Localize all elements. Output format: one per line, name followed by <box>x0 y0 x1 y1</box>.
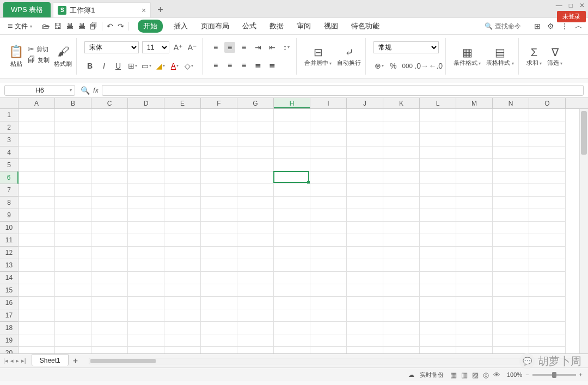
cell-E14[interactable] <box>164 272 201 284</box>
distribute-icon[interactable]: ≣ <box>267 60 278 71</box>
cell-J9[interactable] <box>347 209 383 222</box>
cell-F16[interactable] <box>201 297 237 309</box>
cell-I10[interactable] <box>310 222 347 234</box>
cell-O6[interactable] <box>529 172 566 184</box>
tab-开始[interactable]: 开始 <box>138 20 163 33</box>
cell-E2[interactable] <box>164 121 201 134</box>
cell-H3[interactable] <box>274 134 310 146</box>
cell-J2[interactable] <box>347 121 383 134</box>
new-tab-button[interactable]: + <box>157 2 163 17</box>
cell-M19[interactable] <box>456 334 493 347</box>
cell-E5[interactable] <box>164 159 201 172</box>
row-header-13[interactable]: 13 <box>0 259 19 272</box>
cell-J5[interactable] <box>347 159 383 172</box>
cell-N15[interactable] <box>493 284 529 297</box>
row-header-1[interactable]: 1 <box>0 109 19 121</box>
zoom-in-icon[interactable]: + <box>579 371 583 378</box>
row-header-3[interactable]: 3 <box>0 134 19 146</box>
cell-H7[interactable] <box>274 184 310 197</box>
cell-N1[interactable] <box>493 109 529 121</box>
cell-G7[interactable] <box>237 184 274 197</box>
cell-J16[interactable] <box>347 297 383 309</box>
cell-C11[interactable] <box>91 234 128 247</box>
cell-J1[interactable] <box>347 109 383 121</box>
cell-C20[interactable] <box>91 347 128 353</box>
cell-A5[interactable] <box>19 159 55 172</box>
cell-D5[interactable] <box>128 159 164 172</box>
cell-O16[interactable] <box>529 297 566 309</box>
number-format-select[interactable]: 常规 <box>373 41 439 53</box>
redo-icon[interactable]: ↷ <box>118 22 124 30</box>
row-header-2[interactable]: 2 <box>0 121 19 134</box>
cell-K16[interactable] <box>383 297 420 309</box>
tab-插入[interactable]: 插入 <box>171 20 190 33</box>
cell-L2[interactable] <box>420 121 456 134</box>
cell-O10[interactable] <box>529 222 566 234</box>
fill-color-icon[interactable]: ◢ <box>155 60 166 71</box>
cell-B12[interactable] <box>55 247 91 259</box>
hscroll-thumb[interactable] <box>90 359 156 363</box>
cell-O4[interactable] <box>529 146 566 159</box>
reading-view-icon[interactable]: ◎ <box>482 371 490 379</box>
col-header-C[interactable]: C <box>91 98 128 108</box>
cell-C9[interactable] <box>91 209 128 222</box>
cell-L19[interactable] <box>420 334 456 347</box>
cell-B10[interactable] <box>55 222 91 234</box>
cell-L6[interactable] <box>420 172 456 184</box>
file-menu[interactable]: ≡ 文件 ▾ <box>5 21 34 31</box>
col-header-M[interactable]: M <box>456 98 493 108</box>
cell-E12[interactable] <box>164 247 201 259</box>
page-view-icon[interactable]: ▥ <box>460 371 469 379</box>
increase-font-icon[interactable]: A⁺ <box>173 42 183 53</box>
tab-视图[interactable]: 视图 <box>322 20 340 33</box>
cell-F5[interactable] <box>201 159 237 172</box>
cell-L17[interactable] <box>420 309 456 322</box>
cell-B7[interactable] <box>55 184 91 197</box>
cell-I4[interactable] <box>310 146 347 159</box>
cell-B14[interactable] <box>55 272 91 284</box>
cell-H1[interactable] <box>274 109 310 121</box>
cell-A2[interactable] <box>19 121 55 134</box>
cell-A19[interactable] <box>19 334 55 347</box>
cell-B2[interactable] <box>55 121 91 134</box>
cell-L5[interactable] <box>420 159 456 172</box>
row-header-14[interactable]: 14 <box>0 272 19 284</box>
cell-B15[interactable] <box>55 284 91 297</box>
cell-F12[interactable] <box>201 247 237 259</box>
cell-G20[interactable] <box>237 347 274 353</box>
cell-N14[interactable] <box>493 272 529 284</box>
cell-J11[interactable] <box>347 234 383 247</box>
cell-M3[interactable] <box>456 134 493 146</box>
cell-L20[interactable] <box>420 347 456 353</box>
merge-center-button[interactable]: ⊟ 合并居中 <box>304 46 332 67</box>
align-center-icon[interactable]: ≡ <box>224 60 235 71</box>
cell-B1[interactable] <box>55 109 91 121</box>
cell-B17[interactable] <box>55 309 91 322</box>
row-header-4[interactable]: 4 <box>0 146 19 159</box>
cell-C6[interactable] <box>91 172 128 184</box>
cell-M2[interactable] <box>456 121 493 134</box>
cell-E11[interactable] <box>164 234 201 247</box>
close-window-icon[interactable]: ✕ <box>579 2 585 9</box>
cell-M9[interactable] <box>456 209 493 222</box>
cell-J15[interactable] <box>347 284 383 297</box>
cell-E15[interactable] <box>164 284 201 297</box>
cell-J12[interactable] <box>347 247 383 259</box>
cell-M17[interactable] <box>456 309 493 322</box>
login-badge[interactable]: 未登录 <box>557 11 586 22</box>
col-header-B[interactable]: B <box>55 98 91 108</box>
cell-J13[interactable] <box>347 259 383 272</box>
cell-K20[interactable] <box>383 347 420 353</box>
row-header-6[interactable]: 6 <box>0 172 19 184</box>
cell-J20[interactable] <box>347 347 383 353</box>
cell-N7[interactable] <box>493 184 529 197</box>
cell-O3[interactable] <box>529 134 566 146</box>
cell-F19[interactable] <box>201 334 237 347</box>
cell-M4[interactable] <box>456 146 493 159</box>
cell-I7[interactable] <box>310 184 347 197</box>
cell-L7[interactable] <box>420 184 456 197</box>
settings-icon[interactable]: ⚙ <box>547 22 554 30</box>
cell-D19[interactable] <box>128 334 164 347</box>
cell-I5[interactable] <box>310 159 347 172</box>
cell-L18[interactable] <box>420 322 456 334</box>
